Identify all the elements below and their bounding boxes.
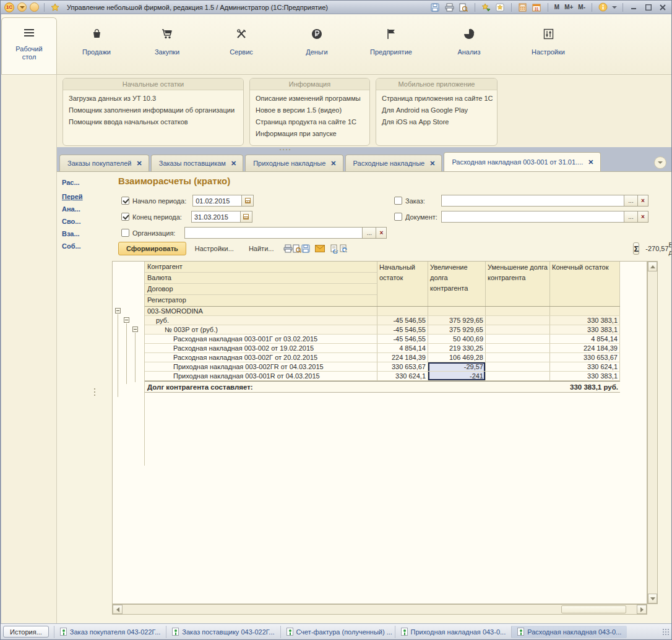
cell[interactable]: -45 546,55 <box>377 316 428 325</box>
calculator-icon[interactable] <box>517 2 528 12</box>
cell[interactable] <box>486 353 550 362</box>
tab-close-icon[interactable]: ✕ <box>429 160 435 168</box>
cell[interactable]: 4 854,14 <box>377 344 428 352</box>
cell[interactable] <box>428 307 486 315</box>
table-row[interactable]: Расходная накладная 003-002 от 19.02.201… <box>145 344 620 353</box>
tab-close-icon[interactable]: ✕ <box>588 158 593 166</box>
task-outgoing-invoice[interactable]: Расходная накладная 043-0... <box>511 626 627 638</box>
section-analysis[interactable]: Анализ <box>441 14 498 74</box>
cell[interactable] <box>377 307 428 315</box>
generate-button[interactable]: Сформировать <box>118 242 186 255</box>
order-input[interactable] <box>441 195 624 207</box>
section-settings[interactable]: Настройки <box>520 14 577 74</box>
section-purchases[interactable]: Закупки <box>139 14 196 74</box>
favorites-list-icon[interactable] <box>495 2 506 12</box>
window-maximize-button[interactable] <box>643 2 653 12</box>
link-item[interactable]: Новое в версии 1.5 (видео) <box>256 105 364 116</box>
autosum-button[interactable]: Σ <box>633 242 639 255</box>
header-counterparty[interactable]: Контрагент <box>145 262 377 273</box>
nav-item[interactable]: Соб... <box>62 242 92 251</box>
link-item[interactable]: Загрузка данных из УТ 10.3 <box>69 93 238 105</box>
table-row[interactable]: Расходная накладная 003-001Г от 03.02.20… <box>145 335 620 344</box>
cell[interactable]: 4 854,14 <box>550 335 620 343</box>
link-item[interactable]: Страница продукта на сайте 1С <box>256 116 364 128</box>
cell[interactable]: 330 383,1 <box>550 325 620 334</box>
cell[interactable]: 219 330,25 <box>428 344 486 352</box>
organization-select-button[interactable]: ... <box>363 227 376 239</box>
save-icon[interactable] <box>301 243 310 254</box>
horizontal-splitter[interactable] <box>57 147 671 152</box>
nav-item-current[interactable]: Перей <box>62 192 92 202</box>
section-desktop[interactable]: Рабочий стол <box>1 17 57 74</box>
cell[interactable] <box>550 307 620 315</box>
nav-item[interactable]: Рас... <box>62 178 92 187</box>
cell[interactable]: 330 624,1 <box>550 362 620 371</box>
header-contract[interactable]: Договор <box>145 284 377 295</box>
print-preview-icon[interactable] <box>293 243 301 254</box>
header-registrar[interactable]: Регистратор <box>145 295 377 306</box>
table-row[interactable]: Расходная накладная 003-002Г от 20.02.20… <box>145 353 620 362</box>
task-supplier-order[interactable]: Заказ поставщику 043-022Г... <box>166 626 280 638</box>
document-clear-button[interactable]: × <box>638 211 648 223</box>
link-item[interactable]: Для Android на Google Play <box>382 105 491 116</box>
all-actions-button[interactable]: Все действия <box>669 241 672 256</box>
send-email-icon[interactable] <box>315 243 325 254</box>
window-close-button[interactable] <box>657 2 668 12</box>
scroll-left-button[interactable] <box>113 605 123 614</box>
vertical-scrollbar[interactable] <box>647 261 658 604</box>
scroll-up-button[interactable] <box>648 262 657 271</box>
period-start-checkbox[interactable] <box>121 197 129 205</box>
tab-supplier-orders[interactable]: Заказы поставщикам✕ <box>151 155 243 171</box>
section-enterprise[interactable]: Предприятие <box>363 14 420 74</box>
window-minimize-button[interactable] <box>629 2 639 12</box>
document-input[interactable] <box>441 211 624 223</box>
organization-input[interactable] <box>184 227 363 239</box>
tab-close-icon[interactable]: ✕ <box>137 160 142 168</box>
nav-item[interactable]: Сво... <box>62 217 92 226</box>
section-money[interactable]: Деньги <box>288 14 345 74</box>
save-icon[interactable] <box>430 2 441 12</box>
find-button[interactable]: Найти... <box>244 242 279 255</box>
cell[interactable]: 330 624,1 <box>377 372 428 380</box>
cell[interactable] <box>486 362 550 371</box>
quick-access-button[interactable] <box>30 2 39 12</box>
tab-customer-orders[interactable]: Заказы покупателей✕ <box>59 155 149 171</box>
horizontal-scrollbar[interactable] <box>112 604 647 615</box>
link-item[interactable]: Описание изменений программы <box>256 93 364 105</box>
cell[interactable]: 375 929,65 <box>428 316 486 325</box>
organization-clear-button[interactable]: × <box>376 227 387 239</box>
header-opening-balance[interactable]: Начальный остаток <box>377 262 428 306</box>
header-debt-decrease[interactable]: Уменьшение долга контрагента <box>486 262 550 306</box>
table-row[interactable]: Приходная накладная 003-001R от 04.03.20… <box>145 372 620 381</box>
expand-minus-icon[interactable] <box>124 317 129 323</box>
cell[interactable]: 224 184,39 <box>550 344 620 352</box>
memory-add-button[interactable]: M+ <box>564 4 574 11</box>
history-button[interactable]: История... <box>3 626 49 638</box>
resize-grip[interactable] <box>663 629 669 635</box>
tab-outgoing-invoice-003-001[interactable]: Расходная накладная 003-001 от 31.01....… <box>444 152 600 171</box>
link-item[interactable]: Помощник ввода начальных остатков <box>69 116 238 128</box>
document-select-button[interactable]: ... <box>624 211 638 223</box>
document-checkbox[interactable] <box>394 213 402 221</box>
settings-button[interactable]: Настройки... <box>190 242 239 255</box>
scroll-down-button[interactable] <box>648 594 657 604</box>
info-button[interactable] <box>598 2 608 12</box>
period-end-calendar-button[interactable] <box>241 211 252 223</box>
memory-subtract-button[interactable]: M- <box>577 4 586 11</box>
cell[interactable] <box>486 325 550 334</box>
print-icon[interactable] <box>283 243 293 254</box>
tab-close-icon[interactable]: ✕ <box>231 160 236 168</box>
header-closing-balance[interactable]: Конечный остаток <box>550 262 620 306</box>
info-dropdown-icon[interactable] <box>612 6 617 9</box>
period-start-input[interactable]: 01.02.2015 <box>192 195 242 207</box>
table-row-group[interactable]: 003-SMORODINA <box>145 307 620 316</box>
section-sales[interactable]: Продажи <box>68 14 125 74</box>
favorites-star-icon[interactable] <box>50 2 60 12</box>
cell[interactable] <box>486 344 550 352</box>
load-report-settings-icon[interactable] <box>339 243 348 254</box>
cell[interactable] <box>486 316 550 325</box>
cell[interactable]: 330 653,67 <box>377 362 428 371</box>
cell[interactable]: 224 184,39 <box>377 353 428 362</box>
organization-checkbox[interactable] <box>121 229 129 237</box>
link-item[interactable]: Страница приложения на сайте 1С <box>382 93 491 105</box>
